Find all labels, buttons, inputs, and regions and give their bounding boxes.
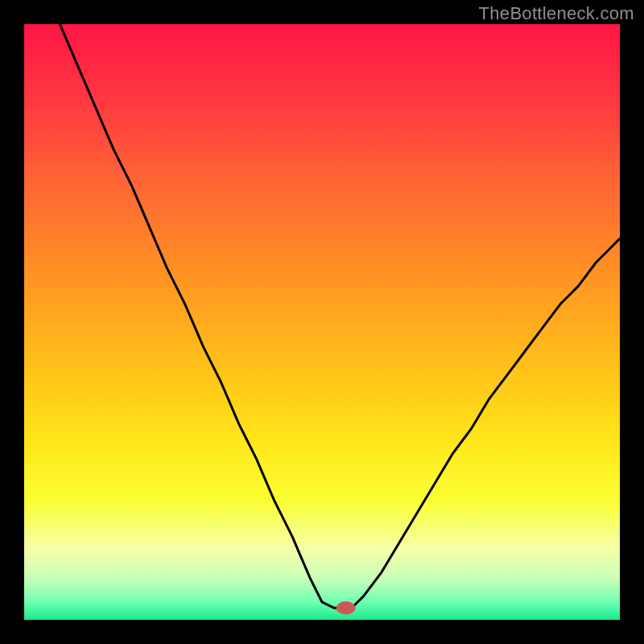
- chart-svg: [24, 24, 620, 620]
- watermark-text: TheBottleneck.com: [479, 3, 634, 24]
- optimal-point-marker: [336, 601, 356, 614]
- chart-frame: TheBottleneck.com: [0, 0, 644, 644]
- gradient-background: [24, 24, 620, 620]
- plot-area: [24, 24, 620, 620]
